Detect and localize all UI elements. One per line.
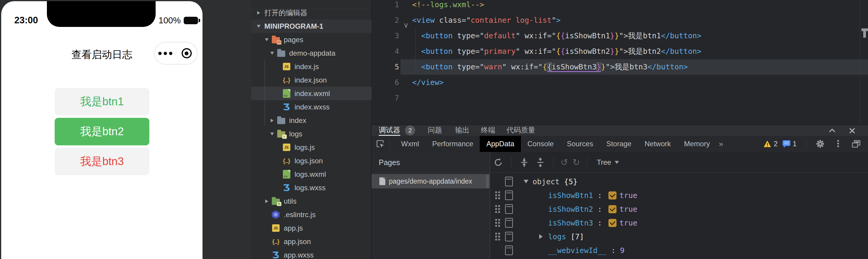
panel-tab-终端[interactable]: 终端: [481, 125, 495, 136]
collapse-panel-icon[interactable]: [827, 125, 837, 136]
panel-tab-调试器[interactable]: 调试器: [379, 125, 400, 136]
boolean-checkbox[interactable]: [609, 205, 617, 213]
collapse-arrow-icon[interactable]: [539, 234, 548, 239]
tree-item-index.js[interactable]: JSindex.js: [251, 60, 372, 73]
devtools-tab-bar: WxmlPerformanceAppDataConsoleSourcesStor…: [372, 136, 868, 152]
boolean-checkbox[interactable]: [609, 192, 617, 200]
home-icon[interactable]: [176, 48, 197, 58]
appdata-row-isShowBtn2[interactable]: isShowBtn2 : true: [490, 202, 868, 216]
tree-item-label: MINIPROGRAM-1: [265, 22, 323, 30]
devtools-tab-Storage[interactable]: Storage: [600, 136, 638, 152]
tree-item-index.json[interactable]: {..}index.json: [251, 73, 372, 87]
chevron-right-icon: [269, 119, 275, 122]
appdata-key: isShowBtn1: [548, 191, 593, 200]
drag-handle-icon[interactable]: [490, 219, 505, 227]
panel-tab-输出[interactable]: 输出: [455, 125, 469, 136]
refresh-icon[interactable]: [493, 157, 503, 168]
expand-all-icon[interactable]: [519, 157, 529, 168]
json-icon: {..}: [281, 73, 292, 87]
kebab-menu-icon[interactable]: [833, 139, 843, 149]
tree-item-label: logs: [289, 130, 302, 138]
pages-header: Pages: [379, 152, 400, 173]
redo-icon[interactable]: ↻: [570, 157, 582, 168]
appdata-row-isShowBtn1[interactable]: isShowBtn1 : true: [490, 189, 868, 202]
tree-item-MINIPROGRAM-1[interactable]: MINIPROGRAM-1: [251, 20, 372, 33]
more-icon[interactable]: [155, 52, 176, 55]
devtools-tab-Memory[interactable]: Memory: [677, 136, 717, 152]
appdata-value: 9: [620, 246, 625, 255]
close-panel-icon[interactable]: [847, 125, 857, 136]
tree-item-index[interactable]: index: [251, 114, 372, 127]
drag-handle-icon[interactable]: [490, 192, 505, 199]
tree-item-app.json[interactable]: {..}app.json: [251, 235, 372, 248]
devtools-tabs: WxmlPerformanceAppDataConsoleSourcesStor…: [395, 136, 717, 152]
tree-mode-select[interactable]: Tree: [597, 158, 611, 167]
tree-item-logs.wxss[interactable]: Ʒlogs.wxss: [251, 181, 372, 194]
page-list-item[interactable]: pages/demo-appdata/index: [372, 174, 490, 189]
tree-item-utils[interactable]: +utils: [251, 194, 372, 208]
drag-handle-icon[interactable]: [490, 205, 505, 213]
tree-item-index.wxss[interactable]: Ʒindex.wxss: [251, 100, 372, 114]
devtools-tab-Performance[interactable]: Performance: [426, 136, 480, 152]
folder-utils-icon: +: [270, 194, 281, 208]
devtools-tab-AppData[interactable]: AppData: [480, 136, 521, 152]
tree-item-label: logs.json: [294, 157, 323, 165]
devtools-tab-Network[interactable]: Network: [638, 136, 677, 152]
appdata-content: Pages pages/demo-appdata/index: [372, 152, 868, 259]
drag-handle-icon[interactable]: [490, 233, 505, 240]
wxml-icon: [281, 87, 292, 100]
folder-pages-icon: <>: [270, 33, 281, 46]
scrollbar-marker: [863, 31, 866, 38]
warning-icon[interactable]: [764, 140, 771, 147]
tree-item-label: logs.wxml: [294, 170, 326, 178]
devtools-tab-Sources[interactable]: Sources: [560, 136, 600, 152]
dock-side-icon[interactable]: [851, 139, 861, 149]
tree-item-打开的编辑器[interactable]: 打开的编辑器: [251, 6, 372, 20]
appdata-value: true: [619, 219, 638, 227]
json-icon: {..}: [281, 154, 292, 168]
tree-item-logs[interactable]: ≡logs: [251, 127, 372, 141]
fold-chevron-icon[interactable]: ∨: [401, 17, 410, 33]
panel-tab-问题[interactable]: 问题: [428, 125, 442, 136]
line-number: 2: [372, 12, 399, 28]
js-icon: JS: [270, 221, 281, 235]
devtools-tab-Console[interactable]: Console: [521, 136, 560, 152]
message-icon[interactable]: [782, 140, 790, 147]
inspect-element-icon[interactable]: [376, 139, 385, 148]
tree-item-logs.wxml[interactable]: logs.wxml: [251, 168, 372, 181]
code-line-1: <!--logs.wxml-->: [412, 0, 701, 12]
tree-item-demo-appdata[interactable]: demo-appdata: [251, 46, 372, 60]
settings-gear-icon[interactable]: [815, 139, 825, 149]
appdata-row-__webviewId__[interactable]: __webviewId__ : 9: [490, 243, 868, 257]
collapse-all-icon[interactable]: [535, 157, 546, 168]
expand-arrow-icon[interactable]: [524, 180, 533, 183]
tree-item-app.wxss[interactable]: Ʒapp.wxss: [251, 248, 372, 259]
devtools-tab-Wxml[interactable]: Wxml: [395, 136, 426, 152]
code-editor[interactable]: 1234567 ∨ <!--logs.wxml--><view class="c…: [372, 0, 868, 124]
folder-plain-icon: [275, 114, 287, 127]
mini-button-warn[interactable]: 我是btn3: [55, 148, 149, 175]
more-tabs-icon[interactable]: »: [719, 139, 723, 149]
pages-scrollbar[interactable]: [486, 175, 489, 189]
tree-item-logs.json[interactable]: {..}logs.json: [251, 154, 372, 168]
line-number: 1: [372, 0, 399, 12]
tree-item-pages[interactable]: <>pages: [251, 33, 372, 46]
appdata-tree: object {5}isShowBtn1 : trueisShowBtn2 : …: [490, 175, 868, 257]
tree-item-index.wxml[interactable]: index.wxml: [251, 87, 372, 100]
tree-item-label: logs.wxss: [294, 184, 326, 192]
appdata-row-logs[interactable]: logs [7]: [490, 230, 868, 243]
panel-tab-代码质量[interactable]: 代码质量: [506, 125, 535, 136]
wxss-icon: Ʒ: [281, 100, 292, 114]
appdata-row-object[interactable]: object {5}: [490, 175, 868, 189]
boolean-checkbox[interactable]: [609, 219, 617, 227]
appdata-row-isShowBtn3[interactable]: isShowBtn3 : true: [490, 216, 868, 230]
tree-item-app.js[interactable]: JSapp.js: [251, 221, 372, 235]
file-tree: 打开的编辑器MINIPROGRAM-1<>pagesdemo-appdataJS…: [251, 6, 372, 259]
undo-icon[interactable]: ↺: [558, 157, 570, 168]
code-content[interactable]: <!--logs.wxml--><view class="container l…: [412, 0, 701, 106]
mini-button-default[interactable]: 我是btn1: [55, 88, 149, 115]
tree-item-.eslintrc.js[interactable]: .eslintrc.js: [251, 208, 372, 221]
tree-item-label: .eslintrc.js: [284, 210, 316, 219]
mini-button-primary[interactable]: 我是btn2: [55, 118, 149, 145]
tree-item-logs.js[interactable]: JSlogs.js: [251, 141, 372, 154]
